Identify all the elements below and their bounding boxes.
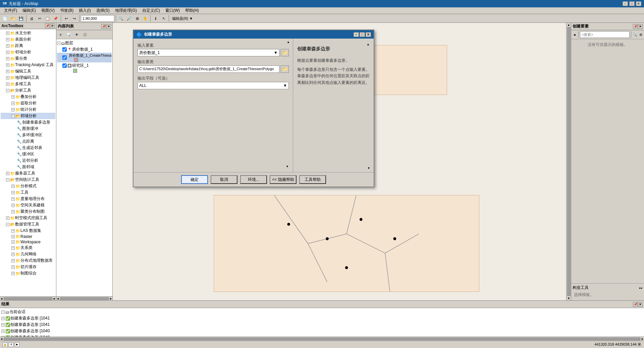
toolbox-surface[interactable]: + 📁 表面分析 <box>1 36 55 43</box>
expand-thiessen2[interactable]: + <box>1 323 5 327</box>
expand-neighbor1[interactable]: + <box>6 51 9 54</box>
ok-button[interactable]: 确定 <box>181 175 208 184</box>
result-thiessen3[interactable]: + ✅ 创建泰森多边形 [1040 <box>1 328 643 334</box>
layer-housingdata1-check[interactable] <box>62 47 67 52</box>
results-scroll-right[interactable]: ► <box>641 337 644 341</box>
environments-button[interactable]: 环境... <box>240 175 267 184</box>
menu-help[interactable]: 帮助(H) <box>182 7 202 14</box>
content-hscroll[interactable]: ◄ ► <box>56 296 112 300</box>
results-pin[interactable]: 📌 <box>633 302 638 307</box>
tool-help-button[interactable]: 工具帮助 <box>299 175 326 184</box>
expand-stats[interactable]: + <box>11 108 15 111</box>
expand-thiessen3[interactable]: + <box>1 330 5 333</box>
toolbox-raster[interactable]: + 📁 Raster <box>1 234 55 239</box>
results-close[interactable]: ✕ <box>638 302 643 307</box>
expand-surface[interactable]: + <box>6 38 9 41</box>
list-by-selection[interactable]: ☐ <box>81 31 89 38</box>
cancel-button[interactable]: 取消 <box>211 175 237 184</box>
field-dropdown[interactable]: ALL ▼ <box>138 82 289 89</box>
select-button[interactable]: ↖ <box>160 15 167 22</box>
expand-neighbor2[interactable]: − <box>11 114 15 118</box>
dialog-maximize[interactable]: □ <box>360 32 365 37</box>
content-scroll-right[interactable]: ► <box>109 297 112 300</box>
zoom-out-button[interactable]: 🔎 <box>125 15 133 22</box>
minimize-button[interactable]: − <box>623 1 628 6</box>
menu-select[interactable]: 选择(S) <box>94 7 112 14</box>
layer-root[interactable]: − 🗂 图层 <box>57 40 112 46</box>
scale-input[interactable] <box>81 15 114 22</box>
expand-spatial-stats[interactable]: − <box>6 178 9 182</box>
expand-tracking[interactable]: + <box>6 63 9 67</box>
expand-tools[interactable]: + <box>11 191 15 194</box>
input-dropdown[interactable]: 房价数据_1 ▼ <box>138 49 279 56</box>
expand-hydrology[interactable]: + <box>6 32 9 35</box>
expand-las[interactable]: + <box>11 229 15 233</box>
map-play-icon[interactable]: ▶ <box>15 342 19 347</box>
output-input[interactable]: C:\Users\17520\Desktop\work4\data1\hcq.g… <box>138 65 279 73</box>
expand-session[interactable]: − <box>1 310 5 314</box>
paste-button[interactable]: 📌 <box>52 15 59 22</box>
right-search-btn[interactable]: 🔍 <box>633 31 638 38</box>
result-thiessen4[interactable]: + ✅ 创建泰森多边形 [1040 <box>1 334 643 337</box>
zoom-in-button[interactable]: 🔍 <box>117 15 125 22</box>
results-scroll-left[interactable]: ◄ <box>0 337 3 341</box>
tool-pointdist[interactable]: 🔧 点距离 <box>1 138 55 145</box>
content-scrollbar-thumb[interactable] <box>60 297 109 300</box>
content-close[interactable]: ✕ <box>106 24 111 29</box>
toolbox-spatial-stats[interactable]: − 📂 空间统计工具 <box>1 177 55 183</box>
expand-distributed-gdb[interactable]: + <box>11 259 15 262</box>
expand-thiessen1[interactable]: + <box>1 317 5 320</box>
identify-button[interactable]: ℹ <box>152 15 159 22</box>
menu-geoprocessing[interactable]: 地理处理(G) <box>112 7 140 14</box>
new-button[interactable]: 📄 <box>1 15 9 22</box>
expand-spatiotemporal[interactable]: + <box>6 216 9 220</box>
open-button[interactable]: 📂 <box>9 15 17 22</box>
result-thiessen2[interactable]: + ✅ 创建泰森多边形 [1041 <box>1 321 643 328</box>
expand-measure-dist[interactable]: + <box>11 197 15 201</box>
save-button[interactable]: 💾 <box>17 15 25 22</box>
results-hscroll[interactable]: ◄ ► <box>0 337 644 341</box>
result-session[interactable]: − 🗂 当前会话 <box>1 309 643 315</box>
expand-server[interactable]: + <box>6 172 9 175</box>
arcToolbox-close[interactable]: ✕ <box>50 23 55 28</box>
list-by-visibility[interactable]: 👁 <box>73 31 80 38</box>
dialog-close[interactable]: ✕ <box>366 32 371 37</box>
full-extent-button[interactable]: ⊞ <box>133 15 141 22</box>
expand-data-mgmt[interactable]: − <box>6 223 9 226</box>
map-pause-icon[interactable]: ⏸ <box>9 342 13 347</box>
toolbox-overlay[interactable]: + 📁 叠加分析 <box>1 94 55 100</box>
maximize-button[interactable]: □ <box>629 1 635 6</box>
dialog-scroll-down[interactable]: ▼ <box>286 165 289 168</box>
tool-buffer[interactable]: 🔧 缓冲区 <box>1 151 55 157</box>
tool-poly-neighbor[interactable]: 🔧 面邻域 <box>1 164 55 170</box>
copy-button[interactable]: 📋 <box>44 15 51 22</box>
menu-window[interactable]: 窗口(W) <box>163 7 182 14</box>
toolbox-tools[interactable]: + 📁 工具 <box>1 189 55 196</box>
tool-neartable[interactable]: 🔧 生成近邻表 <box>1 145 55 151</box>
toolbox-neighbor2[interactable]: − 📂 邻域分析 <box>1 113 55 119</box>
menu-edit[interactable]: 编辑(E) <box>20 7 39 14</box>
toolbox-generalize[interactable]: + 📁 制图综合 <box>1 270 55 277</box>
menu-bookmarks[interactable]: 书签(B) <box>57 7 76 14</box>
toolbox-extract[interactable]: + 📁 提取分析 <box>1 100 55 106</box>
expand-reclass[interactable]: + <box>6 57 9 60</box>
dialog-scroll-up[interactable]: ▲ <box>287 40 290 44</box>
expand-analysis-mode[interactable]: + <box>11 185 15 188</box>
toolbox-measure-dist[interactable]: + 📁 度量地理分布 <box>1 196 55 202</box>
input-browse-btn[interactable]: 📁 <box>281 49 289 56</box>
desc-scroll-down[interactable]: ▼ <box>367 166 370 170</box>
layer-housingdata1[interactable]: 📍 房价数据_1 <box>57 46 112 53</box>
menu-view[interactable]: 视图(V) <box>39 7 57 14</box>
expand-generalize[interactable]: + <box>11 272 15 275</box>
toolbox-las[interactable]: + 📁 LAS 数据集 <box>1 228 55 234</box>
expand-raster[interactable]: + <box>11 235 15 238</box>
content-scroll-left[interactable]: ◄ <box>56 297 59 300</box>
redo-button[interactable]: ↪ <box>70 15 78 22</box>
right-panel-pin[interactable]: 📌 <box>633 24 638 29</box>
hide-help-button[interactable]: << 隐藏帮助 <box>270 175 297 184</box>
right-config-btn[interactable]: ⚙ <box>638 31 643 38</box>
arcToolbox-pin[interactable]: 📌 <box>45 23 50 28</box>
editor-dropdown[interactable]: 编辑器(R) ▼ <box>170 15 195 22</box>
tool-near[interactable]: 🔧 近邻分析 <box>1 157 55 164</box>
expand-tile-cache[interactable]: + <box>11 265 15 269</box>
